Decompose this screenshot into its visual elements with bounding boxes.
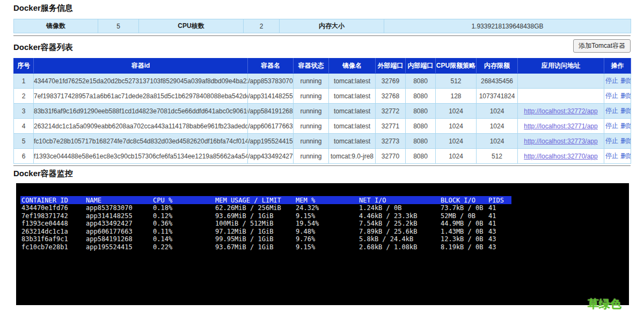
container-name-cell: /app314148255: [248, 89, 294, 104]
column-header: CPU限额策略: [436, 59, 477, 74]
actions-cell: 停止删除: [604, 89, 631, 104]
stats-column-header: MEM %: [295, 196, 358, 204]
stats-cell: 0.11%: [152, 228, 214, 236]
service-info-table: 镜像数 5 CPU核数 2 内存大小 1.9339218139648438GB: [13, 19, 631, 33]
internal-port-cell: 8080: [406, 134, 436, 149]
actions-cell: 停止删除: [604, 149, 631, 164]
stats-cell: app584191268: [85, 235, 152, 243]
stats-cell: 93.67MiB / 1GiB: [214, 243, 295, 251]
mem-quota-cell: 1024: [477, 104, 518, 119]
stats-cell: 93.69MiB / 1GiB: [214, 212, 295, 220]
stats-cell: 8.19kB / 0B: [440, 243, 487, 251]
mem-quota-cell: 1073741824: [477, 89, 518, 104]
container-name-cell: /app433492427: [248, 149, 294, 164]
image-count-label: 镜像数: [14, 19, 98, 33]
internal-port-cell: 8080: [406, 119, 436, 134]
app-url-link[interactable]: http://localhost:32771/app: [524, 122, 597, 130]
image-name-cell: tomcat:latest: [329, 104, 376, 119]
stats-cell: 0.22%: [152, 243, 214, 251]
column-header: 内部端口: [406, 59, 436, 74]
stats-cell: 2.68kB / 1.08kB: [358, 243, 440, 251]
stats-cell: 9.76%: [295, 235, 358, 243]
stats-cell: app314148255: [85, 212, 152, 220]
column-header: 容器名: [248, 59, 294, 74]
external-port-cell: 32768: [376, 89, 406, 104]
container-status-cell: running: [294, 119, 329, 134]
container-id-cell: 263214dc1c1a5a0909eabb6208aa702cca443a11…: [34, 119, 248, 134]
row-index-cell: 2: [14, 89, 34, 104]
stats-cell: 0.12%: [152, 212, 214, 220]
stats-cell: 100MiB / 512MiB: [214, 220, 295, 228]
section-divider: [13, 165, 631, 166]
stats-cell: 5.8kB / 24.4kB: [358, 235, 440, 243]
service-section-title: Docker服务信息: [13, 3, 631, 13]
internal-port-cell: 8080: [406, 74, 436, 89]
actions-cell: 停止删除: [604, 134, 631, 149]
container-status-cell: running: [294, 89, 329, 104]
container-status-cell: running: [294, 149, 329, 164]
container-name-cell: /app584191268: [248, 104, 294, 119]
stats-cell: app195524415: [85, 243, 152, 251]
delete-link[interactable]: 删除: [620, 152, 631, 160]
delete-link[interactable]: 删除: [620, 137, 631, 144]
app-url-link[interactable]: http://localhost:32772/app: [524, 107, 597, 115]
stop-link[interactable]: 停止: [605, 107, 618, 114]
table-row: 5fc10cb7e28b105717b168274fe7dc8c54d832d0…: [14, 134, 631, 149]
page: Docker服务信息 镜像数 5 CPU核数 2 内存大小 1.93392181…: [0, 0, 644, 305]
delete-link[interactable]: 删除: [620, 92, 631, 99]
mem-quota-cell: 1024: [477, 119, 518, 134]
stats-cell: 43: [487, 228, 511, 236]
image-count-value: 5: [98, 19, 139, 33]
stats-cell: 0.18%: [152, 204, 214, 212]
stats-body: 434470e1fd76app8537830700.18%62.26MiB / …: [20, 204, 511, 251]
app-url-link[interactable]: http://localhost:32773/app: [524, 138, 597, 145]
stop-link[interactable]: 停止: [605, 152, 618, 160]
internal-port-cell: 8080: [406, 149, 436, 164]
delete-link[interactable]: 删除: [620, 122, 631, 129]
column-header: 应用访问地址: [518, 59, 604, 74]
stats-cell: 7ef198371742: [20, 212, 85, 220]
stats-cell: 41: [487, 212, 511, 220]
stats-cell: 434470e1fd76: [20, 204, 85, 212]
stats-cell: 97.12MiB / 1GiB: [214, 228, 295, 236]
external-port-cell: 32771: [376, 119, 406, 134]
app-url-cell: http://localhost:32773/app: [518, 134, 604, 149]
external-port-cell: 32772: [376, 104, 406, 119]
stop-link[interactable]: 停止: [605, 77, 618, 84]
monitor-terminal: CONTAINER IDNAMECPU %MEM USAGE / LIMITME…: [16, 183, 629, 305]
stats-column-header: NAME: [85, 196, 152, 204]
stats-cell: 0.36%: [152, 220, 214, 228]
column-header: 操作: [604, 59, 631, 74]
row-index-cell: 3: [14, 104, 34, 119]
delete-link[interactable]: 删除: [620, 107, 631, 114]
memory-size-label: 内存大小: [280, 19, 384, 33]
delete-link[interactable]: 删除: [620, 77, 631, 84]
stop-link[interactable]: 停止: [605, 122, 618, 129]
column-header: 内存限额: [477, 59, 518, 74]
containers-list-header: Docker容器列表 添加Tomcat容器: [13, 39, 631, 53]
container-name-cell: /app606177663: [248, 119, 294, 134]
stats-cell: 7.89kB / 25.6kB: [358, 228, 440, 236]
stop-link[interactable]: 停止: [605, 137, 618, 144]
external-port-cell: 32769: [376, 74, 406, 89]
containers-section-title: Docker容器列表: [13, 42, 73, 53]
table-row: 4263214dc1c1a5a0909eabb6208aa702cca443a1…: [14, 119, 631, 134]
add-tomcat-button[interactable]: 添加Tomcat容器: [573, 39, 631, 53]
app-url-link[interactable]: http://localhost:32770/app: [524, 153, 597, 160]
app-url-cell: http://localhost:32770/app: [518, 149, 604, 164]
cpu-quota-cell: 1024: [436, 119, 477, 134]
container-id-cell: fc10cb7e28b105717b168274fe7dc8c54d832d03…: [34, 134, 248, 149]
column-header: 序号: [14, 59, 34, 74]
stats-cell: 12.3kB / 0B: [440, 235, 487, 243]
containers-table: 序号容器id容器名容器状态镜像名外部端口内部端口CPU限额策略内存限额应用访问地…: [13, 58, 631, 164]
stats-cell: 9.48%: [295, 228, 358, 236]
mem-quota-cell: 512: [477, 149, 518, 164]
image-name-cell: tomcat:latest: [329, 74, 376, 89]
column-header: 容器id: [34, 59, 248, 74]
stop-link[interactable]: 停止: [605, 92, 618, 99]
cpu-quota-cell: 1024: [436, 134, 477, 149]
container-id-cell: 7ef1983717428957a1a6b61ac71dede28a815d5c…: [34, 89, 248, 104]
container-name-cell: /app853783070: [248, 74, 294, 89]
container-id-cell: f1393ce044488e58e61ec8e3c90cb157306cfe6f…: [34, 149, 248, 164]
containers-table-body: 1434470e1fd76252e15da20d2bc5273137103f85…: [14, 74, 631, 164]
